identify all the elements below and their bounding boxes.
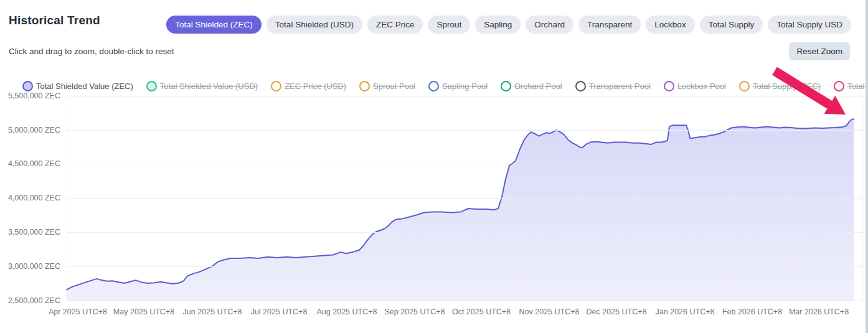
x-axis-tick-label: Mar 2026 UTC+8 xyxy=(789,307,849,316)
legend-item-zec-price-usd-[interactable]: ZEC Price (USD) xyxy=(271,81,346,91)
zoom-hint-text: Click and drag to zoom, double-click to … xyxy=(9,47,174,56)
legend-item-total-supply-usd-[interactable]: Total Supply (USD) xyxy=(834,81,868,91)
filter-pill-total-shielded-usd-[interactable]: Total Shielded (USD) xyxy=(267,16,362,34)
filter-pill-sapling[interactable]: Sapling xyxy=(475,16,521,34)
legend-marker-icon xyxy=(575,81,586,91)
legend-item-total-supply-zec-[interactable]: Total Supply (ZEC) xyxy=(739,81,821,91)
legend-marker-icon xyxy=(22,81,33,91)
historical-trend-panel: Historical Trend Total Shielded (ZEC)Tot… xyxy=(0,0,868,333)
filter-pill-total-supply-usd[interactable]: Total Supply USD xyxy=(768,16,851,34)
filter-pill-orchard[interactable]: Orchard xyxy=(526,16,573,34)
page-title: Historical Trend xyxy=(9,14,100,27)
y-axis-tick-label: 5,000,000 ZEC xyxy=(8,126,60,134)
y-axis-tick-label: 4,000,000 ZEC xyxy=(8,194,60,202)
x-axis-tick-label: Oct 2025 UTC+8 xyxy=(452,307,511,316)
legend-item-sprout-pool[interactable]: Sprout Pool xyxy=(359,81,415,91)
legend-marker-icon xyxy=(664,81,674,91)
legend-label: Total Shielded Value (ZEC) xyxy=(36,82,133,91)
x-axis-tick-label: Jan 2026 UTC+8 xyxy=(656,307,715,316)
legend-marker-icon xyxy=(501,81,511,91)
x-axis-tick-label: Nov 2025 UTC+8 xyxy=(519,307,580,316)
gridline xyxy=(67,232,862,233)
x-axis-tick-label: Sep 2025 UTC+8 xyxy=(385,307,445,316)
legend-label: Total Shielded Value (USD) xyxy=(160,82,258,91)
legend-marker-icon xyxy=(359,81,370,91)
legend-item-total-shielded-value-zec-[interactable]: Total Shielded Value (ZEC) xyxy=(22,81,133,91)
filter-pill-sprout[interactable]: Sprout xyxy=(428,16,470,34)
legend-marker-icon xyxy=(271,81,281,91)
y-axis-tick-label: 3,000,000 ZEC xyxy=(8,262,60,271)
filter-pill-lockbox[interactable]: Lockbox xyxy=(646,16,694,34)
y-axis-tick-label: 4,500,000 ZEC xyxy=(8,159,60,168)
plot-edge-line xyxy=(862,96,863,301)
legend-item-total-shielded-value-usd-[interactable]: Total Shielded Value (USD) xyxy=(146,81,258,91)
legend-label: Total Supply (ZEC) xyxy=(753,82,821,91)
gridline xyxy=(67,164,862,164)
gridline xyxy=(67,198,862,199)
legend-item-lockbox-pool[interactable]: Lockbox Pool xyxy=(664,81,726,91)
chart-legend: Total Shielded Value (ZEC)Total Shielded… xyxy=(22,80,868,92)
x-axis-tick-label: Jul 2025 UTC+8 xyxy=(251,307,308,316)
x-axis-tick-label: May 2025 UTC+8 xyxy=(113,307,174,316)
legend-marker-icon xyxy=(428,81,439,91)
filter-pill-total-supply[interactable]: Total Supply xyxy=(700,16,763,34)
gridline xyxy=(67,301,862,301)
gridline xyxy=(67,96,862,96)
plot-edge-line xyxy=(67,96,67,301)
filter-pill-zec-price[interactable]: ZEC Price xyxy=(367,16,423,34)
legend-label: Sapling Pool xyxy=(442,82,488,91)
series-area-fill xyxy=(67,119,854,301)
legend-label: Lockbox Pool xyxy=(677,82,726,91)
legend-label: ZEC Price (USD) xyxy=(285,82,346,91)
filter-pill-transparent[interactable]: Transparent xyxy=(578,16,641,34)
x-axis-tick-label: Dec 2025 UTC+8 xyxy=(587,307,647,316)
legend-marker-icon xyxy=(146,81,157,91)
legend-label: Orchard Pool xyxy=(514,82,562,91)
x-axis-tick-label: Jun 2025 UTC+8 xyxy=(183,307,242,316)
legend-marker-icon xyxy=(739,81,750,91)
legend-marker-icon xyxy=(834,81,844,91)
metric-filter-row: Total Shielded (ZEC)Total Shielded (USD)… xyxy=(166,16,851,34)
gridline xyxy=(67,130,862,131)
filter-pill-total-shielded-zec-[interactable]: Total Shielded (ZEC) xyxy=(166,16,262,34)
legend-item-orchard-pool[interactable]: Orchard Pool xyxy=(501,81,562,91)
x-axis-tick-label: Feb 2026 UTC+8 xyxy=(722,307,782,316)
legend-item-transparent-pool[interactable]: Transparent Pool xyxy=(575,81,651,91)
x-axis-tick-label: Apr 2025 UTC+8 xyxy=(49,307,107,316)
y-axis-tick-label: 2,500,000 ZEC xyxy=(8,296,60,305)
y-axis-tick-label: 5,500,000 ZEC xyxy=(8,91,60,100)
legend-label: Transparent Pool xyxy=(589,82,651,91)
vertical-scrollbar[interactable] xyxy=(866,0,868,333)
reset-zoom-button[interactable]: Reset Zoom xyxy=(789,42,850,60)
legend-label: Sprout Pool xyxy=(373,82,415,91)
y-axis-tick-label: 3,500,000 ZEC xyxy=(8,228,60,237)
legend-item-sapling-pool[interactable]: Sapling Pool xyxy=(428,81,488,91)
gridline xyxy=(67,266,862,267)
x-axis-tick-label: Aug 2025 UTC+8 xyxy=(317,307,377,316)
